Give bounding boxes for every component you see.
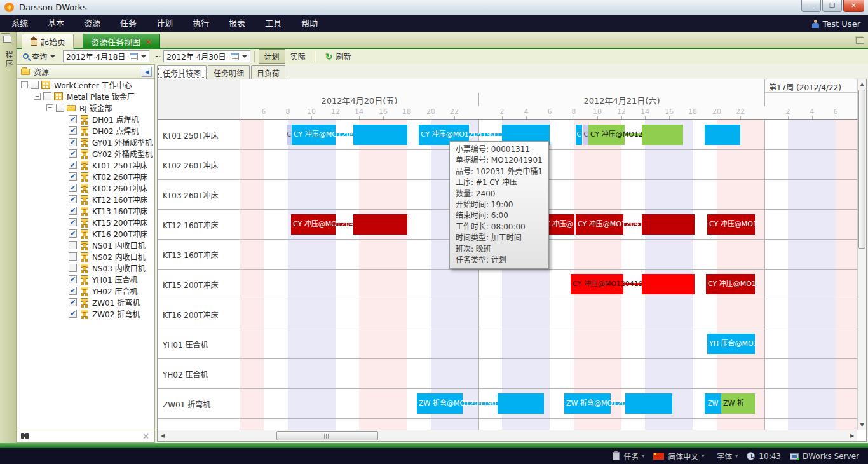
gantt-bar[interactable] [625,393,672,414]
tree-expander[interactable]: − [34,93,41,100]
close-icon[interactable]: ✕ [142,432,149,441]
tree-checkbox[interactable]: ✔ [69,138,77,146]
tree-item[interactable]: −Metal Plate 钣金厂 [17,90,154,102]
minimize-button[interactable]: — [801,0,821,12]
tree-item[interactable]: NS03 内收口机 [17,262,154,273]
tree-item[interactable]: ✔KT13 160T冲床 [17,205,154,216]
tree-checkbox[interactable] [69,252,77,261]
gantt-bar[interactable]: ZW 折 [721,393,755,414]
tree-checkbox[interactable]: ✔ [69,126,77,135]
status-item-3[interactable]: 字体▾ [713,451,738,461]
gantt-bar[interactable]: CY 冲压@MO12041904 [291,214,336,235]
tree-checkbox[interactable]: ✔ [69,218,77,226]
gantt-bar[interactable]: ZW [705,393,721,414]
scroll-up-icon[interactable]: ▲ [858,79,866,89]
plan-toggle-button[interactable]: 计划 [259,49,285,64]
horizontal-scrollbar[interactable]: ◀ ▶ [158,430,857,441]
gantt-tab-1[interactable]: 任务甘特图 [157,65,207,79]
tab-resource-task-view[interactable]: 资源任务视图 ✕ [83,34,160,49]
tree-item[interactable]: ✔YH01 压合机 [17,273,154,285]
vscroll-thumb[interactable] [858,90,865,249]
gantt-tab-3[interactable]: 日负荷 [251,65,285,79]
hscroll-thumb[interactable] [276,431,378,440]
status-item-2[interactable]: 简体中文▾ [653,451,704,461]
tree-checkbox[interactable]: ✔ [69,310,77,318]
status-item-1[interactable]: 任务▾ [613,451,644,461]
windows-stack-icon[interactable] [3,36,11,43]
tab-home[interactable]: 起始页 [22,34,74,49]
menu-item-4[interactable]: 任务 [112,15,145,32]
query-button[interactable]: 查询 [19,50,59,63]
gantt-bar[interactable]: CY 冲压@MO12041904 [576,214,623,235]
refresh-button[interactable]: ↻ 刷新 [322,50,355,63]
gantt-bar[interactable] [642,214,695,235]
panel-collapse-button[interactable]: ◀ [142,67,152,77]
tree-checkbox[interactable] [43,92,51,100]
tree-item[interactable]: ✔DH02 点焊机 [17,125,154,136]
gantt-bar[interactable]: CY 冲压@MO12041903 [571,274,623,294]
tree-item[interactable]: ✔KT15 200T冲床 [17,216,154,228]
tree-expander[interactable]: − [46,104,53,111]
tree-item[interactable]: ✔KT03 260T冲床 [17,182,154,193]
gantt-bar[interactable]: YH 压合@MO1 [707,334,755,354]
tree-checkbox[interactable]: ✔ [69,184,77,192]
tree-checkbox[interactable]: ✔ [69,149,77,158]
gantt-bar[interactable]: CY 冲压@MO12041901 [292,125,336,145]
scroll-down-icon[interactable]: ▼ [858,420,866,430]
tree-item[interactable]: −BJ 钣金部 [17,102,154,113]
maximize-button[interactable]: ❐ [822,0,842,12]
tree-checkbox[interactable]: ✔ [69,287,77,295]
gantt-bar[interactable]: CY 冲压@MO1 [707,214,755,235]
binoculars-icon[interactable] [21,433,24,439]
side-strip-tab-program[interactable]: 程序 [3,51,14,69]
tree-item[interactable]: ✔YH02 压合机 [17,285,154,296]
tree-item[interactable]: ✔GY02 外桶成型机 [17,147,154,159]
gantt-bar[interactable]: CY 冲压@MO12041902 [588,125,625,145]
tree-item[interactable]: ✔ZW01 折弯机 [17,296,154,308]
tree-item[interactable]: ✔KT01 250T冲床 [17,159,154,170]
tree-expander[interactable]: − [21,81,28,88]
tree-item[interactable]: ✔ZW02 折弯机 [17,308,154,319]
tree-item[interactable]: ✔KT16 200T冲床 [17,228,154,239]
tree-checkbox[interactable]: ✔ [69,275,77,283]
close-button[interactable]: ✕ [843,0,864,12]
gantt-tab-2[interactable]: 任务明细 [208,65,250,79]
gantt-bar[interactable] [642,274,695,294]
scroll-right-icon[interactable]: ▶ [847,430,857,441]
gantt-bar[interactable] [498,393,544,414]
gantt-bar[interactable]: ZW 折弯@MO12041901 [564,393,611,414]
menu-item-2[interactable]: 基本 [39,15,72,32]
tree-checkbox[interactable] [56,104,64,112]
menu-item-7[interactable]: 报表 [220,15,254,32]
gantt-bar[interactable]: C [583,125,588,145]
tree-checkbox[interactable]: ✔ [69,195,77,203]
gantt-bar[interactable]: C [576,125,582,145]
tree-checkbox[interactable] [31,81,39,89]
gantt-bar[interactable] [353,125,407,145]
actual-toggle-button[interactable]: 实际 [285,50,311,63]
menu-item-5[interactable]: 计划 [148,15,181,32]
tree-item[interactable]: ✔KT02 260T冲床 [17,170,154,182]
tree-checkbox[interactable]: ✔ [69,207,77,215]
tree-checkbox[interactable]: ✔ [69,115,77,123]
tree-item[interactable]: ✔DH01 点焊机 [17,113,154,125]
gantt-bar[interactable] [642,125,683,145]
tree-item[interactable]: −WorkCenter 工作中心 [17,79,154,90]
menu-item-8[interactable]: 工具 [257,15,290,32]
tree-item[interactable]: ✔KT12 160T冲床 [17,193,154,205]
tree-checkbox[interactable] [69,241,77,249]
tree-item[interactable]: NS02 内收口机 [17,250,154,262]
date-to-picker[interactable]: 2012年 4月30日 [163,50,250,62]
gantt-bar[interactable]: ZW 折弯@MO12041901 [417,393,463,414]
status-item-5[interactable]: DWorks Server [790,452,859,461]
tree-item[interactable]: ✔GY01 外桶成型机 [17,136,154,147]
tree-checkbox[interactable]: ✔ [69,172,77,181]
tab-close-icon[interactable]: ✕ [146,38,152,46]
gantt-bar[interactable] [353,214,407,235]
vertical-scrollbar[interactable]: ▲ ▼ [857,79,866,430]
tree-item[interactable]: NS01 内收口机 [17,239,154,250]
menu-item-6[interactable]: 执行 [184,15,217,32]
tree-checkbox[interactable]: ✔ [69,229,77,238]
gantt-bar[interactable]: C [287,125,292,145]
user-indicator[interactable]: Test User [812,15,860,32]
